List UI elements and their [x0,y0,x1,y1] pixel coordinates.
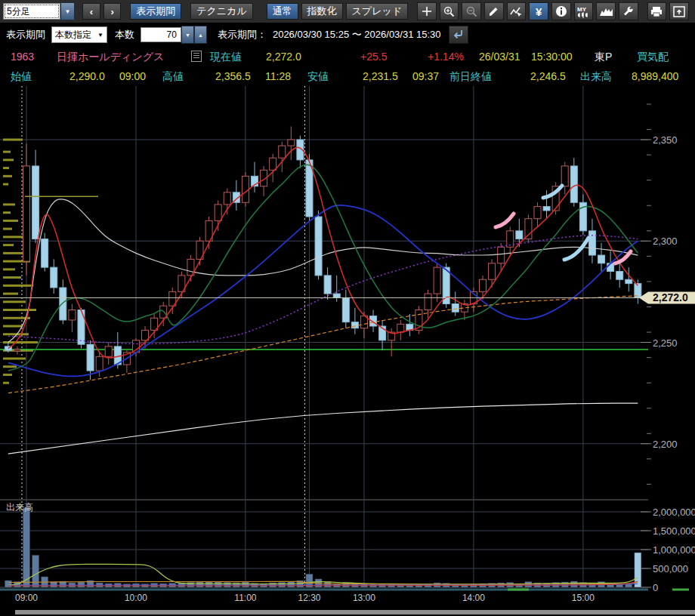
drawn-stroke-pink-1 [496,214,514,227]
popout-button[interactable] [669,2,689,20]
zoom-out-button[interactable] [462,2,481,20]
interval-value[interactable]: 5分足 [3,3,60,20]
quote-ohlc-row: 始値 2,290.0 09:00 高値 2,356.5 11:28 安値 2,2… [0,66,695,86]
quote-header: 1963 日揮ホールディングス 現在値 2,272.0 +25.5 +1.14%… [0,47,695,66]
crosshair-button[interactable] [417,2,437,20]
current-price-value: 2,272.0 [266,47,301,66]
return-arrow-icon [453,29,464,41]
time-axis-label: 13:00 [353,593,375,603]
chart-area[interactable]: 2,3502,3002,2502,2002,000,0001,500,0001,… [0,86,695,616]
time-axis-label: 14:00 [462,593,485,603]
volume-pane-label: 出来高 [6,502,33,513]
high-label: 高値 [162,66,184,86]
dropdown-arrow-icon: ▼ [97,32,103,38]
price-change-pct: +1.14% [428,47,464,66]
prev-close-value: 2,246.5 [530,66,566,86]
time-axis-label: 10:00 [125,593,147,603]
settings-button[interactable] [619,2,638,20]
open-time: 09:00 [119,66,146,86]
candles [5,127,641,380]
count-down-button[interactable]: ▼ [181,26,194,44]
zoom-in-button[interactable] [440,2,459,20]
count-up-button[interactable]: ▲ [194,26,207,44]
plus-icon [422,6,432,17]
count-mode-select[interactable]: 本数指定 ▼ [51,26,107,43]
mountain-chart-icon [600,6,613,17]
stock-code: 1963 [11,47,34,66]
volume-value: 8,989,400 [632,66,678,86]
board-status: 買気配 [637,47,669,66]
quote-date: 26/03/31 [479,47,520,66]
volume-axis-label: 2,000,000 [653,507,695,518]
my-chart-icon: MY [576,5,590,18]
count-label: 本数 [115,28,134,42]
count-input[interactable] [141,27,181,42]
technical-button[interactable]: テクニカル [190,3,253,20]
low-time: 09:37 [412,66,439,86]
low-value: 2,231.5 [363,66,398,86]
period-bar-label: 表示期間 [6,28,45,42]
info-button[interactable] [551,2,571,20]
volume-axis-label: 1,000,000 [653,544,695,556]
normal-mode-button[interactable]: 通常 [267,3,298,20]
interval-select[interactable]: 5分足 ▼ [3,2,75,20]
interval-dropdown-arrow-icon[interactable]: ▼ [60,2,75,20]
volume-axis-label: 1,500,000 [653,525,695,537]
trend-tool-button[interactable] [507,2,527,20]
stock-chart-app: { "toolbar": { "interval_value": "5分足", … [0,0,695,616]
ma-longterm-white [8,403,638,454]
yen-icon: ¥ [536,5,542,18]
volume-bars [5,508,641,587]
range-label: 表示期間： [218,28,267,42]
price-axis-label: 2,250 [653,337,678,349]
info-icon [555,5,567,17]
high-time: 11:28 [265,66,291,86]
quote-time: 15:30:00 [531,47,573,66]
draw-button[interactable] [484,2,504,20]
board-icon[interactable] [191,51,202,62]
price-change: +25.5 [360,47,387,66]
price-axis-label: 2,350 [653,134,678,146]
mountain-chart-button[interactable] [596,2,616,20]
range-value: 2026/03/30 15:25 〜 2026/03/31 15:30 [273,28,441,42]
time-axis-label: 09:00 [15,593,38,603]
time-axis-label: 15:00 [572,593,595,603]
horizontal-scrollbar[interactable] [15,610,695,614]
market-code: 東P [595,47,612,66]
prev-close-label: 前日終値 [449,66,492,86]
print-button[interactable] [647,2,667,20]
time-axis-label: 12:30 [298,593,320,603]
svg-text:MY: MY [577,6,587,13]
prev-button[interactable]: ‹ [82,3,100,20]
spread-mode-button[interactable]: スプレッド [346,3,409,20]
stock-name: 日揮ホールディングス [57,47,164,66]
open-value: 2,290.0 [70,66,105,86]
my-chart-button[interactable]: MY [574,2,594,20]
yen-display-button[interactable]: ¥ [529,2,548,20]
volume-axis-label: 500,000 [653,563,688,574]
popout-icon [673,6,685,17]
volume-axis-label: 0 [653,582,658,593]
ma-purple-dotted [8,236,638,344]
main-toolbar: 5分足 ▼ ‹ › 表示期間 テクニカル 通常 指数化 スプレッド ¥ [0,0,695,23]
display-period-button[interactable]: 表示期間 [130,3,181,20]
count-mode-value: 本数指定 [55,29,91,42]
next-button[interactable]: › [103,3,122,20]
low-label: 安値 [307,66,329,86]
zoom-in-icon [443,6,455,17]
ma-red [8,147,638,358]
high-value: 2,356.5 [215,66,251,86]
chart-canvas[interactable]: 2,3502,3002,2502,2002,000,0001,500,0001,… [0,86,695,616]
indexed-mode-button[interactable]: 指数化 [301,3,343,20]
current-price-tag-text: 2,272.0 [653,291,688,303]
printer-icon [650,6,663,17]
price-axis-label: 2,200 [653,439,678,450]
reset-range-button[interactable] [449,26,468,44]
zoom-out-icon [466,6,477,17]
wrench-icon [622,6,634,17]
volume-label: 出来高 [580,66,612,86]
time-axis-label: 11:00 [234,593,256,603]
ma-mid-white [8,199,638,343]
trendline-icon [510,6,522,17]
pencil-icon [488,6,499,17]
